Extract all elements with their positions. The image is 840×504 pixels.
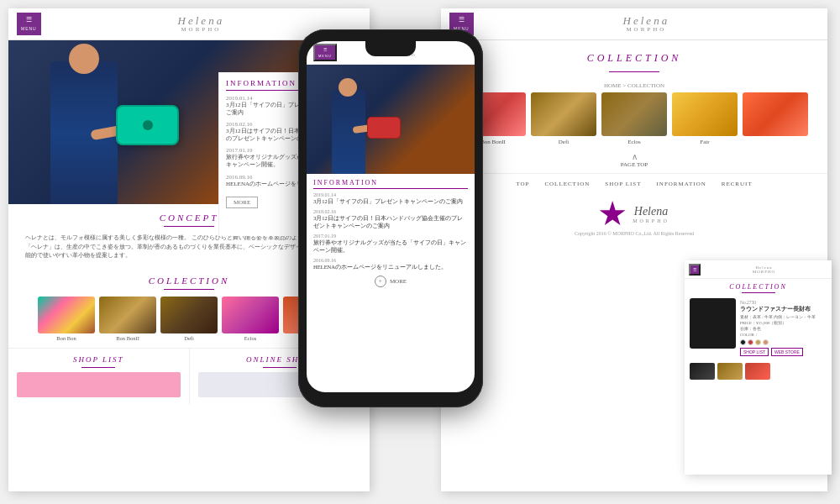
coll-defi-img bbox=[531, 92, 596, 136]
page-top-label: PAGE TOP bbox=[621, 161, 648, 168]
small-thumbnail-row bbox=[685, 363, 832, 380]
pw-purse bbox=[367, 117, 401, 139]
thumb-bonbonii-label: Bon BonII bbox=[99, 335, 156, 341]
phone-more-link[interactable]: + MORE bbox=[313, 276, 468, 287]
phone-outer-shell: ☰MENU Helena MORPHO INFORMATION bbox=[298, 29, 483, 407]
thumb-bonbon[interactable]: Bon Bon bbox=[38, 297, 95, 341]
color-black[interactable] bbox=[740, 339, 746, 345]
coll-eclos[interactable]: Eclos bbox=[601, 92, 667, 145]
small-product-row: No.2730 ラウンドファスナー長財布 素材：表革 / 牛革 内側：レーヨン・… bbox=[685, 297, 832, 360]
phone-info-item-1: 2019.01.14 3月12日「サイフの日」プレゼントキャンペーンのご案内 bbox=[313, 192, 468, 205]
small-product-info: No.2730 ラウンドファスナー長財布 素材：表革 / 牛革 内側：レーヨン・… bbox=[738, 298, 827, 358]
small-page-header: ☰ Helena MORPHO bbox=[685, 260, 832, 279]
thumb-defi-img bbox=[160, 297, 218, 333]
phone-text-2: 3月12日はサイフの日！日本ハンドバッグ協会主催のプレゼントキャンペーンのご案内 bbox=[313, 214, 468, 229]
phone-woman-figure bbox=[315, 73, 399, 174]
coll-defi-label: Defi bbox=[531, 139, 596, 145]
page-top-arrow-icon: ∧ bbox=[441, 152, 827, 161]
product-number: No.2730 bbox=[740, 300, 825, 305]
phone-text-4: HELENAのホームページをリニューアルしました。 bbox=[313, 263, 468, 270]
right-brand-footer: Helena MORPHO bbox=[441, 194, 827, 231]
collection-grid: Bon BonII Defi Eclos Fair bbox=[441, 92, 827, 145]
woman-head bbox=[69, 44, 99, 74]
web-store-button[interactable]: WEB STORE bbox=[771, 348, 803, 356]
small-divider bbox=[742, 292, 775, 293]
shop-list-button[interactable]: SHOP LIST bbox=[740, 348, 769, 356]
shop-list-title: SHOP LIST bbox=[17, 355, 181, 364]
product-detail-page: ☰ Helena MORPHO COLLECTION No.2730 ラウンドフ… bbox=[685, 260, 832, 475]
product-buttons: SHOP LIST WEB STORE bbox=[740, 348, 825, 356]
right-brand-logo: Helena MORPHO bbox=[474, 15, 819, 34]
nav-information[interactable]: INFORMATION bbox=[657, 181, 706, 187]
pw-head bbox=[339, 78, 357, 97]
shop-list-map bbox=[17, 372, 181, 397]
right-brand-name: Helena bbox=[474, 15, 819, 27]
copyright: Copyright 2016 © MORPHO Co.,Ltd. All Rig… bbox=[441, 231, 827, 241]
product-name: ラウンドファスナー長財布 bbox=[740, 306, 825, 313]
phone-menu-button[interactable]: ☰MENU bbox=[313, 44, 337, 61]
nav-top[interactable]: TOP bbox=[516, 181, 529, 187]
thumb-bonbon-img bbox=[38, 297, 95, 333]
thumb-bonbon-label: Bon Bon bbox=[38, 335, 95, 341]
coll-fair-label: Fair bbox=[672, 139, 738, 145]
nav-collection[interactable]: COLLECTION bbox=[544, 181, 590, 187]
coll-eclos-label: Eclos bbox=[601, 139, 667, 145]
phone-text-1: 3月12日「サイフの日」プレゼントキャンペーンのご案内 bbox=[313, 197, 468, 205]
phone-info-title: INFORMATION bbox=[313, 179, 468, 189]
brand-name: Helena bbox=[41, 15, 361, 27]
shop-list-section: SHOP LIST bbox=[8, 349, 190, 404]
product-detail: 素材：表革 / 牛革 内側：レーヨン・牛革 PRICE：¥15,000（税別） … bbox=[740, 314, 825, 345]
online-divider bbox=[263, 367, 297, 368]
right-collection-divider bbox=[609, 71, 659, 72]
phone-device: ☰MENU Helena MORPHO INFORMATION bbox=[298, 29, 483, 407]
collection-divider bbox=[164, 289, 214, 290]
purse-clasp bbox=[143, 120, 153, 130]
coll-extra-img bbox=[743, 92, 808, 136]
coll-fair-img bbox=[672, 92, 738, 136]
coll-defi[interactable]: Defi bbox=[531, 92, 596, 145]
small-product-image bbox=[690, 298, 736, 349]
thumb-defi[interactable]: Defi bbox=[160, 297, 218, 341]
phone-text-3: 旅行券やオリジナルグッズが当たる「サイフの日」キャンペーン開催。 bbox=[313, 239, 468, 254]
phone-info-item-4: 2016.09.16 HELENAのホームページをリニューアルしました。 bbox=[313, 258, 468, 270]
brand-emblem bbox=[599, 201, 626, 228]
phone-info-item-3: 2017.01.19 旅行券やオリジナルグッズが当たる「サイフの日」キャンペーン… bbox=[313, 234, 468, 254]
thumb-eclos-label: Eclos bbox=[222, 335, 279, 341]
phone-notch bbox=[365, 41, 416, 56]
small-thumb-3[interactable] bbox=[745, 363, 770, 380]
menu-label: MENU bbox=[21, 26, 37, 31]
right-collection-title: COLLECTION bbox=[441, 40, 827, 71]
right-brand-sub: MORPHO bbox=[474, 27, 819, 34]
left-menu-button[interactable]: ☰MENU bbox=[17, 13, 41, 35]
thumb-bonbonii-img bbox=[99, 297, 156, 333]
small-thumb-1[interactable] bbox=[690, 363, 715, 380]
phone-info-section: INFORMATION 2019.01.14 3月12日「サイフの日」プレゼント… bbox=[307, 174, 475, 292]
small-brand-sub: MORPHO bbox=[701, 270, 827, 274]
small-menu-button[interactable]: ☰ bbox=[689, 264, 701, 276]
phone-more-label: MORE bbox=[390, 278, 407, 285]
small-collection-title: COLLECTION bbox=[685, 279, 832, 292]
coll-eclos-img bbox=[601, 92, 667, 136]
info-more-link[interactable]: MORE bbox=[226, 197, 258, 208]
hero-purse bbox=[116, 105, 179, 145]
thumb-bonbonii[interactable]: Bon BonII bbox=[99, 297, 156, 341]
thumb-eclos[interactable]: Eclos bbox=[222, 297, 279, 341]
footer-brand-name: Helena bbox=[633, 205, 669, 218]
coll-fair[interactable]: Fair bbox=[672, 92, 738, 145]
concept-divider bbox=[164, 226, 214, 227]
small-brand: Helena MORPHO bbox=[701, 265, 827, 274]
nav-recruit[interactable]: RECRUIT bbox=[722, 181, 753, 187]
color-brown[interactable] bbox=[763, 339, 769, 345]
breadcrumb: HOME > COLLECTION bbox=[441, 82, 827, 89]
phone-screen: ☰MENU Helena MORPHO INFORMATION bbox=[307, 41, 475, 392]
phone-hero-image bbox=[307, 65, 475, 174]
color-tan[interactable] bbox=[755, 339, 761, 345]
color-red[interactable] bbox=[748, 339, 753, 345]
nav-shoplist[interactable]: SHOP LIST bbox=[605, 181, 641, 187]
right-page-header: ☰MENU Helena MORPHO bbox=[441, 8, 827, 40]
phone-info-item-2: 2018.02.16 3月12日はサイフの日！日本ハンドバッグ協会主催のプレゼン… bbox=[313, 209, 468, 229]
coll-extra[interactable] bbox=[743, 92, 808, 145]
phone-menu-label: MENU bbox=[318, 54, 332, 58]
page-top-link[interactable]: ∧ PAGE TOP bbox=[441, 152, 827, 168]
small-thumb-2[interactable] bbox=[717, 363, 743, 380]
